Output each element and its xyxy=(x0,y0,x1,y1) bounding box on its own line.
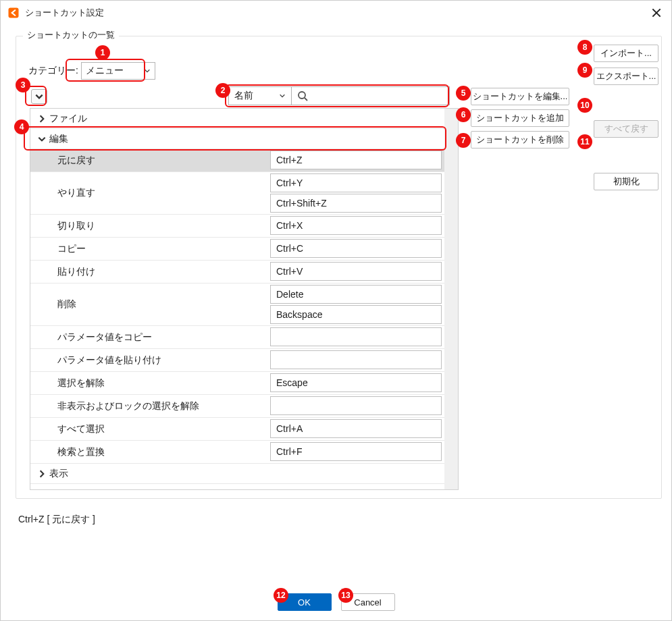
item-row[interactable]: 検索と置換Ctrl+F xyxy=(30,441,458,464)
group-label: 表示 xyxy=(49,468,68,480)
category-label: カテゴリー: xyxy=(28,65,78,77)
group-label: モデリング xyxy=(49,488,97,490)
shortcut-field[interactable]: Ctrl+X xyxy=(270,216,442,235)
search-icon xyxy=(297,90,308,101)
item-row[interactable]: パラメータ値をコピー xyxy=(30,326,458,349)
shortcut-field[interactable]: Backspace xyxy=(270,305,442,324)
delete-shortcut-button[interactable]: ショートカットを削除 xyxy=(471,131,569,148)
item-row[interactable]: 貼り付けCtrl+V xyxy=(30,261,458,284)
group-label: ファイル xyxy=(49,113,87,125)
export-button[interactable]: エクスポート... xyxy=(594,68,658,85)
item-name: 検索と置換 xyxy=(30,441,270,463)
item-row[interactable]: やり直すCtrl+YCtrl+Shift+Z xyxy=(30,172,458,215)
category-select[interactable]: メニュー xyxy=(81,62,155,80)
item-row[interactable]: 選択を解除Escape xyxy=(30,372,458,395)
shortcut-field[interactable] xyxy=(270,350,442,369)
group-row-view[interactable]: 表示 xyxy=(30,464,458,484)
search-mode-select[interactable]: 名前 xyxy=(228,86,292,105)
category-value: メニュー xyxy=(86,65,124,77)
chevron-down-icon xyxy=(34,92,44,101)
item-row[interactable]: 削除DeleteBackspace xyxy=(30,284,458,326)
item-row[interactable]: パラメータ値を貼り付け xyxy=(30,349,458,372)
cancel-button[interactable]: Cancel xyxy=(341,593,395,611)
status-line: Ctrl+Z [ 元に戻す ] xyxy=(18,514,95,526)
shortcut-field[interactable]: Delete xyxy=(270,285,442,304)
item-row[interactable]: 切り取りCtrl+X xyxy=(30,215,458,238)
collapse-all-button[interactable] xyxy=(31,89,47,104)
chevron-right-icon xyxy=(37,114,47,124)
chevron-down-icon xyxy=(279,92,286,99)
chevron-right-icon xyxy=(37,469,47,479)
item-name: 非表示およびロックの選択を解除 xyxy=(30,395,270,417)
chevron-down-icon xyxy=(37,134,47,144)
search-mode-value: 名前 xyxy=(234,90,253,102)
item-name: やり直す xyxy=(30,172,270,214)
item-name: パラメータ値をコピー xyxy=(30,326,270,348)
item-name: 切り取り xyxy=(30,215,270,237)
group-row-file[interactable]: ファイル xyxy=(30,109,458,129)
shortcut-field[interactable] xyxy=(270,396,442,415)
shortcut-field[interactable]: Ctrl+A xyxy=(270,419,442,438)
search-input[interactable] xyxy=(308,90,444,102)
add-shortcut-button[interactable]: ショートカットを追加 xyxy=(471,109,569,127)
group-row-edit[interactable]: 編集 xyxy=(30,129,458,149)
item-name: 選択を解除 xyxy=(30,372,270,394)
shortcut-field[interactable]: Ctrl+F xyxy=(270,442,442,461)
shortcut-field[interactable]: Ctrl+Y xyxy=(270,173,442,192)
item-name: パラメータ値を貼り付け xyxy=(30,349,270,371)
group-label: 編集 xyxy=(49,133,68,145)
item-row[interactable]: コピーCtrl+C xyxy=(30,238,458,261)
window-title: ショートカット設定 xyxy=(25,7,104,19)
item-name: コピー xyxy=(30,238,270,260)
shortcut-field[interactable]: Ctrl+C xyxy=(270,239,442,258)
scrollbar[interactable] xyxy=(444,109,458,489)
chevron-down-icon xyxy=(144,68,151,74)
item-row[interactable]: すべて選択Ctrl+A xyxy=(30,418,458,441)
close-icon[interactable] xyxy=(650,6,663,20)
shortcut-field[interactable]: Ctrl+Shift+Z xyxy=(270,194,442,213)
edit-shortcut-button[interactable]: ショートカットを編集... xyxy=(471,88,569,105)
revert-all-button: すべて戻す xyxy=(594,120,658,138)
chevron-right-icon xyxy=(37,489,47,490)
svg-point-1 xyxy=(299,92,305,99)
item-name: 貼り付け xyxy=(30,261,270,283)
svg-line-2 xyxy=(305,98,307,101)
group-row-model[interactable]: モデリング xyxy=(30,484,458,489)
shortcut-field[interactable]: Ctrl+Z xyxy=(270,151,442,169)
item-name: 元に戻す xyxy=(30,149,270,171)
shortcut-field[interactable]: Ctrl+V xyxy=(270,262,442,281)
ok-button[interactable]: OK xyxy=(278,593,332,611)
shortcut-field[interactable] xyxy=(270,327,442,346)
svg-rect-0 xyxy=(9,8,19,18)
import-button[interactable]: インポート... xyxy=(594,45,658,62)
item-row[interactable]: 非表示およびロックの選択を解除 xyxy=(30,395,458,418)
fieldset-legend: ショートカットの一覧 xyxy=(23,29,119,41)
shortcut-tree: ファイル編集元に戻すCtrl+Zやり直すCtrl+YCtrl+Shift+Z切り… xyxy=(30,108,459,490)
item-name: すべて選択 xyxy=(30,418,270,440)
app-icon xyxy=(7,7,20,19)
shortcut-list-fieldset: ショートカットの一覧 カテゴリー: メニュー 名前 xyxy=(16,36,662,499)
reset-button[interactable]: 初期化 xyxy=(594,173,658,190)
shortcut-field[interactable]: Escape xyxy=(270,373,442,392)
item-name: 削除 xyxy=(30,284,270,325)
item-row[interactable]: 元に戻すCtrl+Z xyxy=(30,149,458,172)
